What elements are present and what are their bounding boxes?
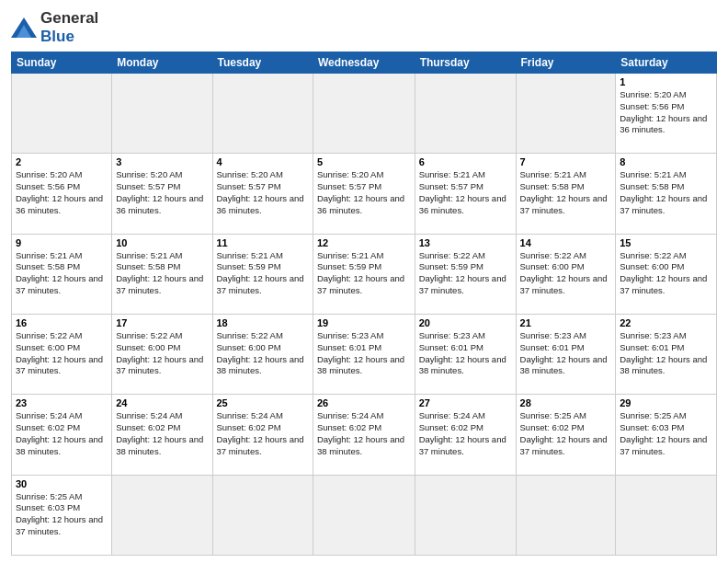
day-info: Sunrise: 5:21 AMSunset: 5:59 PMDaylight:… bbox=[217, 250, 309, 297]
day-info: Sunrise: 5:24 AMSunset: 6:02 PMDaylight:… bbox=[419, 410, 512, 457]
weekday-header-row: SundayMondayTuesdayWednesdayThursdayFrid… bbox=[12, 52, 717, 74]
week-row-3: 9Sunrise: 5:21 AMSunset: 5:58 PMDaylight… bbox=[12, 234, 717, 314]
day-info: Sunrise: 5:25 AMSunset: 6:02 PMDaylight:… bbox=[520, 410, 612, 457]
day-number: 28 bbox=[520, 397, 612, 408]
calendar-table: SundayMondayTuesdayWednesdayThursdayFrid… bbox=[11, 52, 717, 556]
day-cell: 3Sunrise: 5:20 AMSunset: 5:57 PMDaylight… bbox=[112, 154, 212, 234]
day-info: Sunrise: 5:22 AMSunset: 5:59 PMDaylight:… bbox=[419, 250, 512, 297]
day-number: 25 bbox=[217, 397, 309, 408]
day-cell: 18Sunrise: 5:22 AMSunset: 6:00 PMDayligh… bbox=[212, 314, 313, 394]
day-number: 19 bbox=[317, 317, 411, 328]
day-cell: 8Sunrise: 5:21 AMSunset: 5:58 PMDaylight… bbox=[616, 154, 717, 234]
day-number: 3 bbox=[116, 156, 208, 167]
day-cell: 19Sunrise: 5:23 AMSunset: 6:01 PMDayligh… bbox=[313, 314, 415, 394]
day-info: Sunrise: 5:20 AMSunset: 5:56 PMDaylight:… bbox=[620, 89, 712, 136]
day-cell: 13Sunrise: 5:22 AMSunset: 5:59 PMDayligh… bbox=[415, 234, 516, 314]
day-number: 12 bbox=[317, 237, 411, 248]
day-cell bbox=[112, 74, 212, 154]
day-info: Sunrise: 5:21 AMSunset: 5:59 PMDaylight:… bbox=[317, 250, 411, 297]
day-number: 18 bbox=[217, 317, 309, 328]
day-number: 16 bbox=[16, 317, 108, 328]
day-cell: 30Sunrise: 5:25 AMSunset: 6:03 PMDayligh… bbox=[12, 475, 112, 555]
day-cell bbox=[313, 475, 415, 555]
weekday-wednesday: Wednesday bbox=[313, 52, 415, 74]
weekday-tuesday: Tuesday bbox=[212, 52, 313, 74]
day-info: Sunrise: 5:20 AMSunset: 5:57 PMDaylight:… bbox=[217, 169, 309, 216]
weekday-monday: Monday bbox=[112, 52, 212, 74]
day-cell: 12Sunrise: 5:21 AMSunset: 5:59 PMDayligh… bbox=[313, 234, 415, 314]
day-number: 24 bbox=[116, 397, 208, 408]
day-number: 21 bbox=[520, 317, 612, 328]
day-cell: 14Sunrise: 5:22 AMSunset: 6:00 PMDayligh… bbox=[516, 234, 616, 314]
day-number: 27 bbox=[419, 397, 512, 408]
day-cell: 22Sunrise: 5:23 AMSunset: 6:01 PMDayligh… bbox=[616, 314, 717, 394]
day-cell: 15Sunrise: 5:22 AMSunset: 6:00 PMDayligh… bbox=[616, 234, 717, 314]
day-info: Sunrise: 5:24 AMSunset: 6:02 PMDaylight:… bbox=[217, 410, 309, 457]
day-number: 2 bbox=[16, 156, 108, 167]
day-cell: 24Sunrise: 5:24 AMSunset: 6:02 PMDayligh… bbox=[112, 395, 212, 475]
week-row-5: 23Sunrise: 5:24 AMSunset: 6:02 PMDayligh… bbox=[12, 395, 717, 475]
day-info: Sunrise: 5:21 AMSunset: 5:58 PMDaylight:… bbox=[520, 169, 612, 216]
day-cell: 9Sunrise: 5:21 AMSunset: 5:58 PMDaylight… bbox=[12, 234, 112, 314]
day-info: Sunrise: 5:25 AMSunset: 6:03 PMDaylight:… bbox=[16, 491, 108, 538]
weekday-sunday: Sunday bbox=[12, 52, 112, 74]
day-cell bbox=[212, 475, 313, 555]
day-info: Sunrise: 5:23 AMSunset: 6:01 PMDaylight:… bbox=[419, 330, 512, 377]
day-number: 29 bbox=[620, 397, 712, 408]
day-cell: 29Sunrise: 5:25 AMSunset: 6:03 PMDayligh… bbox=[616, 395, 717, 475]
day-cell: 5Sunrise: 5:20 AMSunset: 5:57 PMDaylight… bbox=[313, 154, 415, 234]
day-cell: 20Sunrise: 5:23 AMSunset: 6:01 PMDayligh… bbox=[415, 314, 516, 394]
day-number: 20 bbox=[419, 317, 512, 328]
day-cell bbox=[516, 475, 616, 555]
day-cell: 10Sunrise: 5:21 AMSunset: 5:58 PMDayligh… bbox=[112, 234, 212, 314]
day-cell bbox=[616, 475, 717, 555]
weekday-thursday: Thursday bbox=[415, 52, 516, 74]
day-cell: 7Sunrise: 5:21 AMSunset: 5:58 PMDaylight… bbox=[516, 154, 616, 234]
day-info: Sunrise: 5:22 AMSunset: 6:00 PMDaylight:… bbox=[520, 250, 612, 297]
day-number: 1 bbox=[620, 76, 712, 87]
day-number: 13 bbox=[419, 237, 512, 248]
day-number: 8 bbox=[620, 156, 712, 167]
day-cell bbox=[212, 74, 313, 154]
day-info: Sunrise: 5:22 AMSunset: 6:00 PMDaylight:… bbox=[16, 330, 108, 377]
day-number: 4 bbox=[217, 156, 309, 167]
weekday-saturday: Saturday bbox=[616, 52, 717, 74]
day-cell: 26Sunrise: 5:24 AMSunset: 6:02 PMDayligh… bbox=[313, 395, 415, 475]
day-info: Sunrise: 5:22 AMSunset: 6:00 PMDaylight:… bbox=[217, 330, 309, 377]
day-cell: 23Sunrise: 5:24 AMSunset: 6:02 PMDayligh… bbox=[12, 395, 112, 475]
day-number: 26 bbox=[317, 397, 411, 408]
day-info: Sunrise: 5:24 AMSunset: 6:02 PMDaylight:… bbox=[317, 410, 411, 457]
day-cell: 1Sunrise: 5:20 AMSunset: 5:56 PMDaylight… bbox=[616, 74, 717, 154]
day-info: Sunrise: 5:24 AMSunset: 6:02 PMDaylight:… bbox=[16, 410, 108, 457]
page: General Blue SundayMondayTuesdayWednesda… bbox=[0, 0, 728, 563]
day-info: Sunrise: 5:23 AMSunset: 6:01 PMDaylight:… bbox=[317, 330, 411, 377]
logo: General Blue bbox=[11, 9, 98, 46]
day-cell bbox=[313, 74, 415, 154]
day-number: 23 bbox=[16, 397, 108, 408]
day-number: 22 bbox=[620, 317, 712, 328]
day-number: 6 bbox=[419, 156, 512, 167]
day-number: 10 bbox=[116, 237, 208, 248]
day-info: Sunrise: 5:25 AMSunset: 6:03 PMDaylight:… bbox=[620, 410, 712, 457]
day-cell: 2Sunrise: 5:20 AMSunset: 5:56 PMDaylight… bbox=[12, 154, 112, 234]
day-cell: 4Sunrise: 5:20 AMSunset: 5:57 PMDaylight… bbox=[212, 154, 313, 234]
day-cell: 11Sunrise: 5:21 AMSunset: 5:59 PMDayligh… bbox=[212, 234, 313, 314]
header: General Blue bbox=[11, 9, 717, 46]
day-number: 17 bbox=[116, 317, 208, 328]
week-row-6: 30Sunrise: 5:25 AMSunset: 6:03 PMDayligh… bbox=[12, 475, 717, 555]
day-number: 11 bbox=[217, 237, 309, 248]
day-info: Sunrise: 5:24 AMSunset: 6:02 PMDaylight:… bbox=[116, 410, 208, 457]
day-info: Sunrise: 5:21 AMSunset: 5:57 PMDaylight:… bbox=[419, 169, 512, 216]
day-number: 5 bbox=[317, 156, 411, 167]
day-info: Sunrise: 5:23 AMSunset: 6:01 PMDaylight:… bbox=[620, 330, 712, 377]
week-row-4: 16Sunrise: 5:22 AMSunset: 6:00 PMDayligh… bbox=[12, 314, 717, 394]
day-info: Sunrise: 5:20 AMSunset: 5:57 PMDaylight:… bbox=[317, 169, 411, 216]
day-number: 15 bbox=[620, 237, 712, 248]
logo-text: General Blue bbox=[40, 9, 98, 46]
day-info: Sunrise: 5:22 AMSunset: 6:00 PMDaylight:… bbox=[116, 330, 208, 377]
day-info: Sunrise: 5:23 AMSunset: 6:01 PMDaylight:… bbox=[520, 330, 612, 377]
day-number: 30 bbox=[16, 478, 108, 489]
day-number: 9 bbox=[16, 237, 108, 248]
day-cell: 27Sunrise: 5:24 AMSunset: 6:02 PMDayligh… bbox=[415, 395, 516, 475]
day-cell: 28Sunrise: 5:25 AMSunset: 6:02 PMDayligh… bbox=[516, 395, 616, 475]
